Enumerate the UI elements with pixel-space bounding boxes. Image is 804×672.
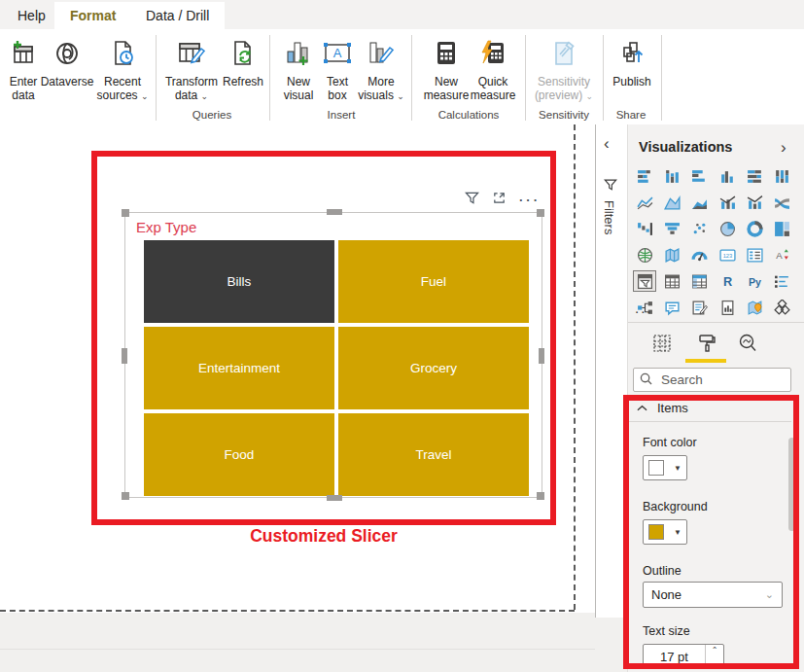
text-box-button[interactable]: A Text box xyxy=(319,35,356,102)
tab-help[interactable]: Help xyxy=(2,2,61,29)
font-color-picker[interactable]: ▼ xyxy=(643,455,687,480)
more-visual-types[interactable]: ... xyxy=(635,300,653,316)
tab-format[interactable] xyxy=(694,331,719,356)
publish-button[interactable]: Publish xyxy=(609,35,655,88)
slicer-item-food[interactable]: Food xyxy=(144,413,334,496)
format-search[interactable] xyxy=(633,368,791,392)
multi-row-card-icon[interactable] xyxy=(743,244,766,265)
power-apps-icon[interactable] xyxy=(771,297,794,318)
dropdown-chevron: ⌄ xyxy=(586,91,594,101)
clustered-bar-chart-icon[interactable] xyxy=(688,165,712,187)
sensitivity-button[interactable]: Sensitivity (preview) ⌄ xyxy=(533,35,595,103)
recent-sources-button[interactable]: Recent sources ⌄ xyxy=(93,35,152,103)
visualization-type-grid: 123ARPy xyxy=(633,165,798,318)
slicer-icon[interactable] xyxy=(633,270,656,292)
slicer-item-grocery[interactable]: Grocery xyxy=(338,327,529,409)
search-input[interactable] xyxy=(659,371,770,388)
resize-handle[interactable] xyxy=(327,209,342,215)
q-and-a-icon[interactable] xyxy=(660,297,683,318)
filters-pane-label[interactable]: Filters xyxy=(602,200,616,234)
enter-data-icon xyxy=(9,35,38,72)
hundred-stacked-column-chart-icon[interactable] xyxy=(771,165,794,187)
more-visuals-button[interactable]: More visuals ⌄ xyxy=(354,35,408,103)
resize-handle[interactable] xyxy=(537,209,544,217)
collapse-visualizations-icon[interactable]: › xyxy=(781,138,787,158)
line-clustered-column-chart-icon[interactable] xyxy=(743,192,766,213)
kpi-icon[interactable]: A xyxy=(771,244,794,265)
new-measure-icon xyxy=(434,35,459,72)
group-label-sensitivity: Sensitivity xyxy=(539,109,589,121)
tab-data-drill[interactable]: Data / Drill xyxy=(130,2,225,29)
clustered-column-chart-icon[interactable] xyxy=(716,165,739,187)
group-label-calculations: Calculations xyxy=(438,109,500,121)
filled-map-icon[interactable] xyxy=(660,244,683,265)
waterfall-chart-icon[interactable] xyxy=(633,218,656,239)
tab-fields[interactable] xyxy=(649,331,675,356)
slicer-item-fuel[interactable]: Fuel xyxy=(338,240,529,323)
python-visual-icon[interactable]: Py xyxy=(743,270,766,292)
key-influencers-icon[interactable] xyxy=(771,270,794,292)
filter-icon[interactable] xyxy=(465,191,479,209)
page-boundary-right xyxy=(574,124,576,610)
search-icon xyxy=(640,371,652,389)
slicer-item-travel[interactable]: Travel xyxy=(338,413,529,496)
resize-handle[interactable] xyxy=(327,495,342,501)
tab-format[interactable]: Format xyxy=(54,2,131,29)
outline-select[interactable]: None ⌄ xyxy=(643,582,783,608)
ribbon-chart-icon[interactable] xyxy=(771,192,794,213)
tab-analytics[interactable] xyxy=(735,331,760,356)
map-icon[interactable] xyxy=(633,244,656,265)
smart-narrative-icon[interactable] xyxy=(688,297,712,318)
resize-handle[interactable] xyxy=(122,348,127,364)
font-color-swatch xyxy=(648,460,664,476)
scrollbar-thumb[interactable] xyxy=(788,438,795,531)
slicer-button-grid: BillsFuelEntertainmentGroceryFoodTravel xyxy=(144,240,529,496)
more-options-icon[interactable]: ··· xyxy=(519,193,541,207)
line-chart-icon[interactable] xyxy=(633,192,656,213)
scatter-chart-icon[interactable] xyxy=(688,218,712,239)
group-label-queries: Queries xyxy=(192,109,231,121)
paginated-report-icon[interactable] xyxy=(716,297,739,318)
line-stacked-column-chart-icon[interactable] xyxy=(716,192,739,213)
new-visual-button[interactable]: New visual xyxy=(280,35,317,102)
visualizations-title: Visualizations xyxy=(639,139,732,155)
funnel-chart-icon[interactable] xyxy=(660,218,683,239)
resize-handle[interactable] xyxy=(537,492,544,500)
hundred-stacked-bar-chart-icon[interactable] xyxy=(743,165,766,187)
quick-measure-button[interactable]: Quick measure xyxy=(465,35,521,102)
stacked-bar-chart-icon[interactable] xyxy=(633,165,656,187)
r-script-icon[interactable]: R xyxy=(716,270,739,292)
filters-pane-collapsed: ‹ Filters xyxy=(596,124,627,618)
items-section-header[interactable]: Items xyxy=(637,401,688,415)
background-color-picker[interactable]: ▼ xyxy=(643,519,687,545)
resize-handle[interactable] xyxy=(122,492,129,500)
resize-handle[interactable] xyxy=(122,209,129,217)
matrix-icon[interactable] xyxy=(688,270,712,292)
dataverse-button[interactable]: Dataverse xyxy=(39,35,95,88)
focus-mode-icon[interactable] xyxy=(492,191,507,209)
resize-handle[interactable] xyxy=(539,348,544,364)
chevron-down-icon: ▼ xyxy=(674,528,682,537)
slicer-item-bills[interactable]: Bills xyxy=(144,240,334,323)
spin-up-icon: ⌃ xyxy=(712,645,718,655)
canvas-outside-area xyxy=(0,613,627,672)
area-chart-icon[interactable] xyxy=(660,192,683,213)
donut-chart-icon[interactable] xyxy=(743,218,766,239)
pie-chart-icon[interactable] xyxy=(716,218,739,239)
table-icon[interactable] xyxy=(660,270,683,292)
enter-data-button[interactable]: Enter data xyxy=(4,35,43,102)
refresh-button[interactable]: Refresh xyxy=(220,35,266,88)
spinner-buttons[interactable]: ⌃ xyxy=(705,645,723,668)
ribbon-separator xyxy=(411,35,412,121)
transform-data-button[interactable]: Transform data ⌄ xyxy=(161,35,222,103)
text-size-spinner[interactable]: 17 pt ⌃ xyxy=(643,644,724,669)
card-icon[interactable]: 123 xyxy=(716,244,739,265)
slicer-item-entertainment[interactable]: Entertainment xyxy=(144,327,334,409)
gauge-icon[interactable] xyxy=(688,244,712,265)
stacked-area-chart-icon[interactable] xyxy=(688,192,712,213)
treemap-icon[interactable] xyxy=(771,218,794,239)
arcgis-map-icon[interactable] xyxy=(743,297,766,318)
expand-filters-icon[interactable]: ‹ xyxy=(604,134,610,154)
stacked-column-chart-icon[interactable] xyxy=(660,165,683,187)
divider xyxy=(629,421,791,422)
